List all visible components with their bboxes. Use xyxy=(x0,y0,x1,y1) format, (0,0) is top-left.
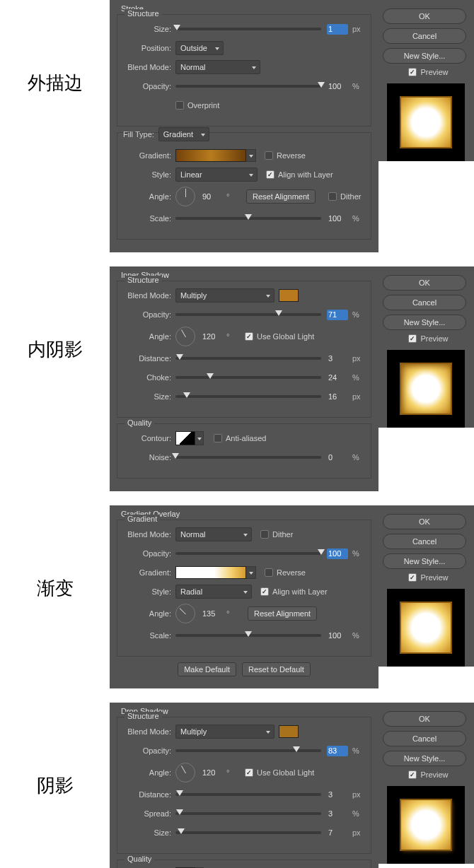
dither-label: Dither xyxy=(272,530,293,539)
cancel-button[interactable]: Cancel xyxy=(383,534,466,549)
scale-slider[interactable] xyxy=(175,634,321,637)
make-default-button[interactable]: Make Default xyxy=(178,662,236,676)
opacity-field[interactable]: 100 xyxy=(327,81,348,92)
spread-slider[interactable] xyxy=(175,812,321,815)
reset-align-button[interactable]: Reset Alignment xyxy=(248,606,317,621)
preview-checkbox[interactable] xyxy=(408,68,417,76)
align-checkbox[interactable] xyxy=(260,587,269,596)
blend-label: Blend Mode: xyxy=(123,63,175,71)
new-style-button[interactable]: New Style... xyxy=(383,315,466,330)
reverse-label: Reverse xyxy=(277,151,306,160)
new-style-button[interactable]: New Style... xyxy=(383,48,466,64)
deg-unit: ° xyxy=(226,332,239,341)
anti-aliased-checkbox[interactable] xyxy=(214,434,222,442)
opacity-field[interactable]: 100 xyxy=(327,549,348,559)
inner-shadow-panel: Inner Shadow Structure Blend Mode: Multi… xyxy=(110,266,378,491)
style-select[interactable]: Radial xyxy=(175,585,252,599)
dither-checkbox[interactable] xyxy=(260,530,269,539)
angle-field[interactable]: 90 xyxy=(201,192,222,202)
size-field[interactable]: 16 xyxy=(327,392,348,402)
ok-button[interactable]: OK xyxy=(383,514,466,529)
preview-checkbox[interactable] xyxy=(408,334,417,343)
angle-field[interactable]: 120 xyxy=(201,768,222,778)
gradient-label: Gradient: xyxy=(123,568,175,577)
gradient-dropdown[interactable] xyxy=(246,149,256,162)
global-light-checkbox[interactable] xyxy=(245,332,253,341)
reverse-checkbox[interactable] xyxy=(265,151,273,160)
scale-field[interactable]: 100 xyxy=(327,631,348,641)
size-slider[interactable] xyxy=(175,395,321,398)
noise-slider[interactable] xyxy=(175,456,321,459)
gradient-swatch[interactable] xyxy=(175,566,246,579)
distance-label: Distance: xyxy=(123,790,175,799)
gradient-dropdown[interactable] xyxy=(246,566,256,579)
angle-dial[interactable] xyxy=(175,187,195,206)
preview-checkbox[interactable] xyxy=(408,770,417,779)
opacity-field[interactable]: 83 xyxy=(327,746,348,756)
reverse-checkbox[interactable] xyxy=(265,568,273,577)
color-swatch[interactable] xyxy=(279,289,299,302)
opacity-slider[interactable] xyxy=(175,85,321,88)
overprint-checkbox[interactable] xyxy=(175,101,184,110)
deg-unit: ° xyxy=(226,192,239,201)
distance-slider[interactable] xyxy=(175,793,321,796)
style-select[interactable]: Linear xyxy=(175,168,258,182)
ok-button[interactable]: OK xyxy=(383,711,466,727)
angle-field[interactable]: 120 xyxy=(201,332,222,342)
distance-field[interactable]: 3 xyxy=(327,790,348,800)
spread-field[interactable]: 3 xyxy=(327,809,348,819)
blend-select[interactable]: Multiply xyxy=(175,725,274,739)
color-swatch[interactable] xyxy=(279,725,299,738)
opacity-field[interactable]: 71 xyxy=(327,310,348,320)
blend-select[interactable]: Normal xyxy=(175,527,252,541)
dither-checkbox[interactable] xyxy=(328,192,337,201)
scale-field[interactable]: 100 xyxy=(327,213,348,224)
filltype-select[interactable]: Gradient xyxy=(158,127,209,141)
reset-align-button[interactable]: Reset Alignment xyxy=(246,189,316,204)
contour-dropdown[interactable] xyxy=(195,431,204,445)
opacity-slider[interactable] xyxy=(175,552,321,555)
align-label: Align with Layer xyxy=(272,587,328,596)
size-label: Size: xyxy=(123,828,175,837)
cancel-button[interactable]: Cancel xyxy=(383,295,466,310)
angle-dial[interactable] xyxy=(175,763,195,782)
ok-button[interactable]: OK xyxy=(383,275,466,291)
distance-field[interactable]: 3 xyxy=(327,353,348,364)
angle-dial[interactable] xyxy=(175,604,195,623)
size-slider[interactable] xyxy=(175,831,321,834)
stroke-sidebar: OK Cancel New Style... Preview xyxy=(378,0,474,161)
distance-slider[interactable] xyxy=(175,357,321,360)
angle-dial[interactable] xyxy=(175,327,195,346)
blend-select[interactable]: Multiply xyxy=(175,288,274,303)
opacity-slider[interactable] xyxy=(175,749,321,752)
ok-button[interactable]: OK xyxy=(383,8,466,24)
angle-field[interactable]: 135 xyxy=(201,609,222,619)
gradient-sidebar: OK Cancel New Style... Preview xyxy=(378,505,474,667)
cancel-button[interactable]: Cancel xyxy=(383,731,466,746)
quality-legend: Quality xyxy=(125,855,154,863)
position-select[interactable]: Outside xyxy=(175,41,224,55)
scale-slider[interactable] xyxy=(175,217,321,220)
preview-checkbox[interactable] xyxy=(408,573,417,582)
reset-default-button[interactable]: Reset to Default xyxy=(242,662,311,676)
choke-slider[interactable] xyxy=(175,376,321,379)
anti-aliased-label: Anti-aliased xyxy=(226,434,266,442)
noise-field[interactable]: 0 xyxy=(327,452,348,463)
size-field[interactable]: 7 xyxy=(327,828,348,838)
gradient-swatch[interactable] xyxy=(175,149,246,162)
choke-field[interactable]: 24 xyxy=(327,373,348,383)
contour-swatch[interactable] xyxy=(175,431,195,445)
global-light-checkbox[interactable] xyxy=(245,768,253,777)
cancel-button[interactable]: Cancel xyxy=(383,28,466,44)
angle-label: Angle: xyxy=(123,609,175,618)
px-unit: px xyxy=(352,790,365,799)
align-checkbox[interactable] xyxy=(266,170,274,179)
new-style-button[interactable]: New Style... xyxy=(383,553,466,569)
contour-label: Contour: xyxy=(123,434,175,442)
size-slider[interactable] xyxy=(175,28,321,30)
opacity-slider[interactable] xyxy=(175,313,321,316)
size-field[interactable]: 1 xyxy=(327,24,348,35)
deg-unit: ° xyxy=(226,768,239,777)
new-style-button[interactable]: New Style... xyxy=(383,751,466,766)
blend-select[interactable]: Normal xyxy=(175,60,260,74)
